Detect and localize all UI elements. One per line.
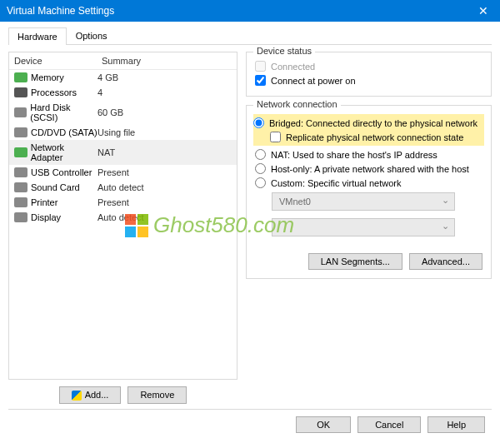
- device-row-printer[interactable]: PrinterPresent: [9, 195, 237, 210]
- secondary-dropdown: [272, 218, 455, 236]
- connect-power-on-input[interactable]: [255, 75, 266, 86]
- device-row-memory[interactable]: Memory4 GB: [9, 70, 237, 85]
- custom-input[interactable]: [255, 177, 266, 188]
- device-icon: [14, 127, 28, 137]
- bridged-input[interactable]: [253, 117, 264, 128]
- remove-button[interactable]: Remove: [128, 386, 187, 404]
- connected-input: [255, 61, 266, 72]
- network-connection-group: Network connection Bridged: Connected di…: [246, 105, 492, 279]
- device-icon: [14, 167, 28, 177]
- lan-segments-button[interactable]: LAN Segments...: [308, 253, 402, 270]
- tab-options[interactable]: Options: [67, 27, 117, 44]
- col-device: Device: [14, 56, 102, 66]
- device-icon: [14, 87, 28, 97]
- device-row-usb-controller[interactable]: USB ControllerPresent: [9, 165, 237, 180]
- custom-radio[interactable]: Custom: Specific virtual network: [255, 176, 482, 190]
- shield-icon: [72, 391, 82, 401]
- connected-checkbox[interactable]: Connected: [255, 59, 482, 73]
- device-row-processors[interactable]: Processors4: [9, 85, 237, 100]
- device-row-cd-dvd-sata-[interactable]: CD/DVD (SATA)Using file: [9, 125, 237, 140]
- device-row-network-adapter[interactable]: Network AdapterNAT: [9, 140, 237, 165]
- device-icon: [14, 212, 28, 222]
- add-button[interactable]: Add...: [59, 386, 122, 404]
- device-icon: [14, 182, 28, 192]
- nat-input[interactable]: [255, 149, 266, 160]
- device-status-legend: Device status: [253, 46, 315, 56]
- tab-hardware[interactable]: Hardware: [8, 27, 67, 45]
- device-icon: [14, 72, 28, 82]
- device-row-hard-disk-scsi-[interactable]: Hard Disk (SCSI)60 GB: [9, 100, 237, 125]
- window-title: Virtual Machine Settings: [7, 5, 114, 17]
- replicate-input[interactable]: [270, 132, 281, 142]
- dialog-footer: OK Cancel Help: [8, 409, 492, 440]
- title-bar: Virtual Machine Settings ✕: [0, 0, 500, 22]
- host-only-radio[interactable]: Host-only: A private network shared with…: [255, 162, 482, 176]
- device-list: Device Summary Memory4 GBProcessors4Hard…: [8, 52, 238, 380]
- device-icon: [14, 147, 28, 157]
- device-status-group: Device status Connected Connect at power…: [246, 52, 492, 97]
- advanced-button[interactable]: Advanced...: [409, 253, 482, 270]
- device-list-header: Device Summary: [9, 52, 237, 70]
- col-summary: Summary: [102, 56, 232, 66]
- device-icon: [14, 107, 27, 117]
- help-button[interactable]: Help: [428, 416, 485, 433]
- network-legend: Network connection: [253, 99, 341, 109]
- hostonly-input[interactable]: [255, 163, 266, 174]
- connect-at-power-on-checkbox[interactable]: Connect at power on: [255, 73, 482, 87]
- cancel-button[interactable]: Cancel: [358, 416, 421, 433]
- custom-vmnet-dropdown: VMnet0: [272, 192, 455, 211]
- device-row-display[interactable]: DisplayAuto detect: [9, 210, 237, 225]
- tab-strip: Hardware Options: [8, 27, 492, 45]
- nat-radio[interactable]: NAT: Used to share the host's IP address: [255, 147, 482, 162]
- close-icon[interactable]: ✕: [467, 0, 500, 22]
- ok-button[interactable]: OK: [296, 416, 351, 433]
- device-row-sound-card[interactable]: Sound CardAuto detect: [9, 180, 237, 195]
- device-icon: [14, 197, 28, 207]
- replicate-checkbox[interactable]: Replicate physical network connection st…: [270, 130, 484, 144]
- bridged-radio[interactable]: Bridged: Connected directly to the physi…: [253, 116, 484, 130]
